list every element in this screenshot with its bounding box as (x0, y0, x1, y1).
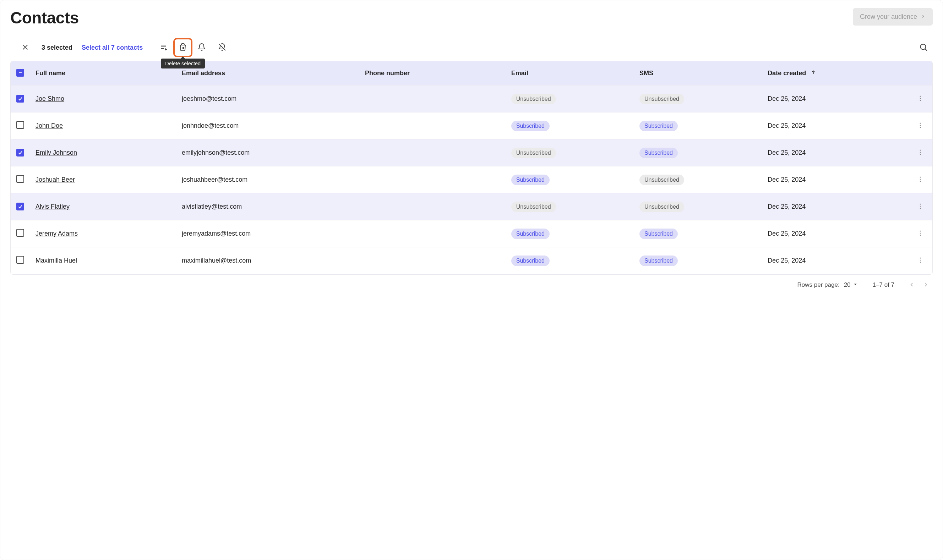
prev-page-button[interactable] (909, 282, 915, 289)
kebab-icon (917, 122, 924, 130)
selected-count: 3 selected (42, 44, 72, 51)
search-icon (919, 43, 928, 53)
page: Contacts Grow your audience 3 selected S… (0, 0, 943, 560)
next-page-button[interactable] (923, 282, 929, 289)
contact-name-link[interactable]: Maximilla Huel (35, 257, 77, 264)
svg-point-12 (920, 96, 921, 97)
row-actions-button[interactable] (914, 120, 927, 132)
contact-name-link[interactable]: Joshuah Beer (35, 176, 75, 183)
selection-toolbar: 3 selected Select all 7 contacts Delete … (10, 38, 933, 61)
svg-point-26 (920, 208, 921, 209)
table-row: Emily Johnsonemilyjohnson@test.comUnsubs… (11, 140, 932, 166)
add-to-list-button[interactable] (156, 40, 172, 55)
contact-date: Dec 25, 2024 (762, 247, 908, 274)
column-header-full-name[interactable]: Full name (30, 61, 176, 86)
email-status-pill: Subscribed (511, 175, 550, 185)
page-title: Contacts (10, 8, 79, 27)
email-status-pill: Unsubscribed (511, 202, 556, 212)
unsubscribe-button[interactable] (214, 40, 230, 55)
table-footer: Rows per page: 20 1–7 of 7 (10, 275, 933, 289)
contact-date: Dec 25, 2024 (762, 112, 908, 140)
contact-email: jonhndoe@test.com (176, 112, 359, 140)
svg-point-15 (920, 123, 921, 124)
select-all-link[interactable]: Select all 7 contacts (82, 44, 143, 51)
row-actions-button[interactable] (914, 254, 927, 267)
contact-phone (359, 166, 505, 194)
contact-name-link[interactable]: Joe Shmo (35, 95, 64, 102)
svg-point-18 (920, 150, 921, 151)
contact-email: alvisflatley@test.com (176, 194, 359, 220)
bell-icon (197, 43, 206, 52)
row-checkbox[interactable] (16, 149, 24, 157)
svg-point-28 (920, 233, 921, 234)
rows-per-page-select[interactable]: 20 (844, 281, 858, 289)
column-header-phone-number[interactable]: Phone number (359, 61, 505, 86)
contact-email: jeremyadams@test.com (176, 220, 359, 247)
contact-phone (359, 194, 505, 220)
sms-status-pill: Unsubscribed (639, 94, 684, 104)
page-nav (909, 282, 929, 289)
clear-selection-button[interactable] (18, 40, 32, 55)
row-checkbox[interactable] (16, 203, 24, 211)
contact-name-link[interactable]: Jeremy Adams (35, 230, 78, 237)
email-status-pill: Unsubscribed (511, 148, 556, 158)
row-checkbox[interactable] (16, 229, 24, 237)
row-checkbox[interactable] (16, 256, 24, 264)
column-header-email[interactable]: Email (505, 61, 634, 86)
grow-audience-button[interactable]: Grow your audience (853, 8, 933, 26)
subscribe-button[interactable] (194, 40, 210, 55)
contact-phone (359, 220, 505, 247)
column-header-sms[interactable]: SMS (634, 61, 762, 86)
contact-phone (359, 112, 505, 140)
bell-off-icon (218, 43, 227, 52)
sms-status-pill: Subscribed (639, 148, 678, 158)
sort-ascending-icon (810, 69, 816, 75)
delete-selected-button[interactable] (173, 38, 193, 57)
row-actions-button[interactable] (914, 174, 927, 186)
svg-point-23 (920, 181, 921, 182)
chevron-right-icon (921, 13, 926, 21)
contact-name-link[interactable]: Emily Johnson (35, 149, 77, 156)
row-checkbox[interactable] (16, 121, 24, 129)
table-header: Full name Email address Phone number Ema… (11, 61, 932, 86)
contact-phone (359, 140, 505, 166)
contacts-table-wrap: Full name Email address Phone number Ema… (10, 61, 933, 275)
search-button[interactable] (916, 40, 931, 55)
row-actions-button[interactable] (914, 228, 927, 240)
row-actions-button[interactable] (914, 146, 927, 159)
row-actions-button[interactable] (914, 92, 927, 105)
email-status-pill: Subscribed (511, 121, 550, 131)
contact-date: Dec 26, 2024 (762, 86, 908, 112)
svg-point-14 (920, 100, 921, 101)
email-status-pill: Subscribed (511, 229, 550, 239)
svg-point-31 (920, 260, 921, 261)
contact-email: joshuahbeer@test.com (176, 166, 359, 194)
row-checkbox[interactable] (16, 175, 24, 183)
svg-line-9 (925, 49, 927, 51)
row-actions-button[interactable] (914, 200, 927, 213)
sms-status-pill: Subscribed (639, 121, 678, 131)
kebab-icon (917, 229, 924, 238)
delete-tooltip: Delete selected (161, 58, 205, 69)
contact-name-link[interactable]: Alvis Flatley (35, 203, 69, 210)
sms-status-pill: Unsubscribed (639, 202, 684, 212)
kebab-icon (917, 149, 924, 157)
contacts-table: Full name Email address Phone number Ema… (11, 61, 932, 274)
svg-point-8 (920, 44, 926, 49)
table-row: Jeremy Adamsjeremyadams@test.comSubscrib… (11, 220, 932, 247)
column-header-date-created[interactable]: Date created (762, 61, 908, 86)
svg-point-25 (920, 206, 921, 207)
table-row: John Doejonhndoe@test.comSubscribedSubsc… (11, 112, 932, 140)
kebab-icon (917, 257, 924, 265)
kebab-icon (917, 95, 924, 103)
rows-per-page-value: 20 (844, 282, 851, 289)
contact-phone (359, 247, 505, 274)
contact-date: Dec 25, 2024 (762, 220, 908, 247)
contact-name-link[interactable]: John Doe (35, 122, 63, 129)
sms-status-pill: Unsubscribed (639, 175, 684, 185)
row-checkbox[interactable] (16, 95, 24, 103)
bulk-action-icons: Delete selected (156, 38, 230, 57)
select-all-checkbox[interactable] (16, 69, 24, 77)
svg-point-16 (920, 125, 921, 126)
svg-point-30 (920, 258, 921, 259)
